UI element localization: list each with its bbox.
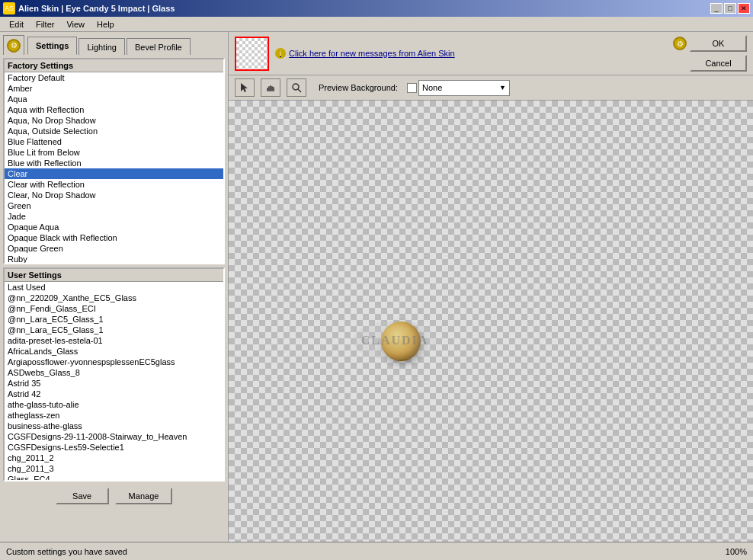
settings-gear-icon: ⚙	[7, 39, 21, 53]
hand-tool-button[interactable]	[261, 78, 280, 97]
svg-rect-1	[268, 86, 270, 91]
ok-gear-icon: ⚙	[673, 37, 687, 50]
status-text: Custom settings you have saved	[6, 547, 127, 556]
right-panel: i Click here for new messages from Alien…	[229, 32, 753, 542]
toolbar-row: Preview Background: None ▼	[229, 75, 753, 101]
list-item[interactable]: @nn_Lara_EC5_Glass_1	[5, 325, 223, 335]
preview-bg-dropdown[interactable]: None ▼	[418, 80, 510, 96]
factory-settings-list[interactable]: Factory Default Amber Aqua Aqua with Ref…	[5, 72, 223, 263]
status-bar: Custom settings you have saved 100%	[0, 542, 753, 560]
svg-marker-0	[241, 83, 248, 92]
zoom-level: 100%	[726, 547, 747, 556]
user-settings-container: User Settings Last Used @nn_220209_Xanth…	[3, 267, 225, 482]
save-manage-row: Save Manage	[3, 485, 225, 506]
preview-bg-select[interactable]: None ▼	[407, 80, 510, 96]
preview-bg-label: Preview Background:	[319, 83, 398, 92]
list-item[interactable]: Glass_EC4	[5, 474, 223, 480]
zoom-tool-button[interactable]	[287, 78, 306, 97]
list-item[interactable]: Blue with Reflection	[5, 158, 223, 168]
save-button[interactable]: Save	[56, 488, 109, 504]
list-item[interactable]: adita-preset-les-estela-01	[5, 335, 223, 346]
list-item[interactable]: @nn_Fendi_Glass_ECI	[5, 303, 223, 314]
list-item[interactable]: Last Used	[5, 282, 223, 293]
menu-bar: Edit Filter View Help	[0, 17, 753, 32]
app-icon: AS	[3, 2, 15, 14]
info-icon: i	[275, 48, 286, 59]
pointer-tool-button[interactable]	[235, 78, 255, 97]
list-item[interactable]: Aqua, No Drop Shadow	[5, 115, 223, 126]
window-title: Alien Skin | Eye Candy 5 Impact | Glass	[18, 4, 175, 13]
list-item[interactable]: business-athe-glass	[5, 421, 223, 431]
preview-thumbnail	[235, 37, 269, 71]
list-item[interactable]: @nn_Lara_EC5_Glass_1	[5, 314, 223, 325]
svg-rect-3	[271, 86, 273, 91]
settings-tab-icon-wrapper: ⚙	[3, 35, 24, 55]
list-item[interactable]: CGSFDesigns-Les59-Selectie1	[5, 442, 223, 453]
list-item[interactable]: Aqua with Reflection	[5, 104, 223, 115]
list-item[interactable]: Opaque Green	[5, 243, 223, 254]
list-item[interactable]: @nn_220209_Xanthe_EC5_Glass	[5, 293, 223, 303]
title-bar: AS Alien Skin | Eye Candy 5 Impact | Gla…	[0, 0, 753, 17]
list-item[interactable]: chg_2011_2	[5, 453, 223, 463]
minimize-button[interactable]: _	[710, 3, 723, 14]
list-item[interactable]: Clear with Reflection	[5, 179, 223, 190]
ok-cancel-area: ⚙ OK Cancel	[673, 35, 747, 72]
list-item[interactable]: Blue Lit from Below	[5, 147, 223, 158]
svg-rect-2	[270, 85, 271, 91]
list-item[interactable]: atheglass-zen	[5, 410, 223, 421]
main-container: ⚙ Settings Lighting Bevel Profile Factor…	[0, 32, 753, 542]
canvas-area: CLAUDIA	[229, 101, 753, 542]
svg-rect-4	[267, 88, 268, 91]
tabs-row: ⚙ Settings Lighting Bevel Profile	[0, 32, 228, 55]
none-checkbox[interactable]	[407, 83, 417, 93]
list-item[interactable]: AfricaLands_Glass	[5, 346, 223, 357]
manage-button[interactable]: Manage	[115, 488, 173, 504]
list-item[interactable]: Opaque Aqua	[5, 222, 223, 232]
menu-edit[interactable]: Edit	[3, 18, 30, 30]
window-controls[interactable]: _ □ ✕	[710, 3, 750, 14]
factory-settings-container: Factory Settings Factory Default Amber A…	[3, 58, 225, 264]
settings-area: Factory Settings Factory Default Amber A…	[0, 55, 228, 542]
list-item[interactable]: Factory Default	[5, 72, 223, 83]
user-settings-header: User Settings	[5, 269, 223, 282]
ok-button[interactable]: OK	[690, 35, 747, 52]
list-item[interactable]: Blue Flattened	[5, 136, 223, 147]
list-item[interactable]: athe-glass-tuto-alie	[5, 399, 223, 410]
maximize-button[interactable]: □	[724, 3, 736, 14]
list-item[interactable]: Jade	[5, 211, 223, 222]
list-item[interactable]: chg_2011_3	[5, 463, 223, 474]
user-settings-list[interactable]: Last Used @nn_220209_Xanthe_EC5_Glass @n…	[5, 282, 223, 480]
dropdown-arrow-icon: ▼	[499, 84, 506, 91]
list-item[interactable]: Ruby	[5, 254, 223, 263]
list-item[interactable]: Astrid 42	[5, 389, 223, 399]
alien-skin-message[interactable]: i Click here for new messages from Alien…	[275, 48, 667, 59]
list-item[interactable]: Astrid 35	[5, 378, 223, 389]
factory-settings-header: Factory Settings	[5, 59, 223, 72]
tab-bevel-profile[interactable]: Bevel Profile	[127, 38, 191, 55]
list-item[interactable]: ASDwebs_Glass_8	[5, 367, 223, 378]
close-button[interactable]: ✕	[738, 3, 750, 14]
list-item[interactable]: Aqua, Outside Selection	[5, 126, 223, 136]
watermark-overlay: CLAUDIA	[349, 318, 441, 363]
list-item[interactable]: Argiapossflower-yvonnespsplessenEC5glass	[5, 357, 223, 367]
tab-settings[interactable]: Settings	[27, 37, 77, 55]
left-panel: ⚙ Settings Lighting Bevel Profile Factor…	[0, 32, 229, 542]
claudia-text: CLAUDIA	[361, 334, 429, 347]
menu-filter[interactable]: Filter	[30, 18, 60, 30]
list-item[interactable]: Aqua	[5, 94, 223, 104]
cancel-button[interactable]: Cancel	[690, 55, 747, 72]
list-item[interactable]: CGSFDesigns-29-11-2008-Stairway_to_Heave…	[5, 431, 223, 442]
menu-view[interactable]: View	[60, 18, 91, 30]
list-item[interactable]: Opaque Black with Reflection	[5, 232, 223, 243]
menu-help[interactable]: Help	[91, 18, 120, 30]
right-top-bar: i Click here for new messages from Alien…	[229, 32, 753, 75]
svg-rect-5	[273, 87, 274, 91]
list-item[interactable]: Green	[5, 200, 223, 211]
list-item[interactable]: Clear, No Drop Shadow	[5, 190, 223, 200]
list-item[interactable]: Amber	[5, 83, 223, 94]
svg-point-6	[293, 84, 299, 90]
list-item-clear[interactable]: Clear	[5, 168, 223, 179]
tab-lighting[interactable]: Lighting	[79, 38, 125, 55]
svg-line-7	[298, 89, 301, 92]
